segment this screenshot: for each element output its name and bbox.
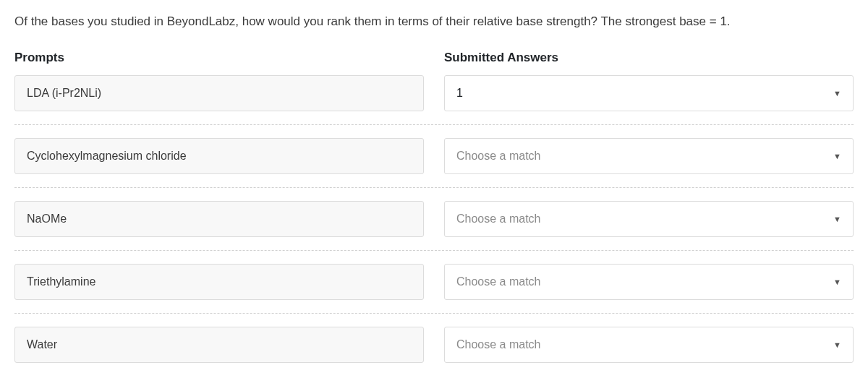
answer-value: 1: [456, 87, 463, 100]
chevron-down-icon: ▼: [833, 340, 841, 349]
prompt-box: Water: [14, 327, 424, 363]
answer-placeholder: Choose a match: [456, 212, 541, 225]
chevron-down-icon: ▼: [833, 215, 841, 223]
answers-header: Submitted Answers: [444, 51, 854, 65]
prompt-label: LDA (i-Pr2NLi): [27, 87, 101, 100]
chevron-down-icon: ▼: [833, 89, 841, 98]
prompts-header: Prompts: [14, 51, 424, 65]
answer-select[interactable]: Choose a match ▼: [444, 264, 854, 300]
prompt-label: Cyclohexylmagnesium chloride: [27, 150, 187, 163]
question-text: Of the bases you studied in BeyondLabz, …: [14, 13, 854, 30]
match-row: LDA (i-Pr2NLi) 1 ▼: [14, 75, 854, 125]
answer-placeholder: Choose a match: [456, 150, 541, 163]
match-row: Triethylamine Choose a match ▼: [14, 264, 854, 314]
prompt-label: Water: [27, 338, 57, 351]
prompt-box: Triethylamine: [14, 264, 424, 300]
answer-select[interactable]: Choose a match ▼: [444, 201, 854, 237]
answer-placeholder: Choose a match: [456, 338, 541, 351]
chevron-down-icon: ▼: [833, 152, 841, 160]
answer-select[interactable]: Choose a match ▼: [444, 327, 854, 363]
match-row: Cyclohexylmagnesium chloride Choose a ma…: [14, 138, 854, 188]
prompt-box: Cyclohexylmagnesium chloride: [14, 138, 424, 174]
match-row: NaOMe Choose a match ▼: [14, 201, 854, 251]
matching-grid: Prompts Submitted Answers LDA (i-Pr2NLi)…: [14, 51, 854, 363]
prompt-label: Triethylamine: [27, 275, 95, 288]
chevron-down-icon: ▼: [833, 278, 841, 286]
prompt-box: NaOMe: [14, 201, 424, 237]
match-rows: LDA (i-Pr2NLi) 1 ▼ Cyclohexylmagnesium c…: [14, 75, 854, 363]
answer-placeholder: Choose a match: [456, 275, 541, 288]
answer-select[interactable]: Choose a match ▼: [444, 138, 854, 174]
prompt-box: LDA (i-Pr2NLi): [14, 75, 424, 111]
answer-select[interactable]: 1 ▼: [444, 75, 854, 111]
match-row: Water Choose a match ▼: [14, 327, 854, 363]
prompt-label: NaOMe: [27, 212, 67, 225]
